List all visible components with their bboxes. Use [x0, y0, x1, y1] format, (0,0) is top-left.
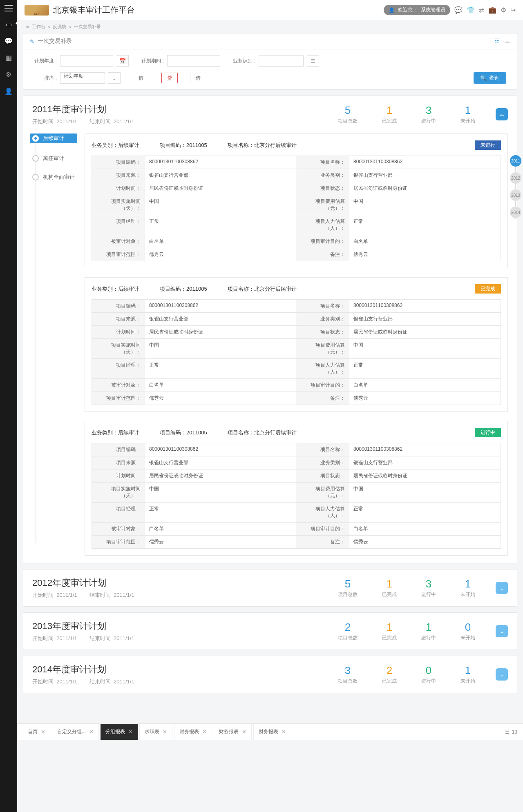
close-tab-icon[interactable]: ✕ [242, 729, 246, 735]
debit-button-1[interactable]: 借 [133, 73, 149, 83]
toggle-plan-button[interactable]: ⌄ [496, 582, 508, 594]
sort-select[interactable]: 计划年度 [60, 72, 105, 84]
year-2011[interactable]: 2011 [510, 155, 521, 167]
tab-5[interactable]: 财务报表✕ [214, 724, 252, 740]
project-card: 业务类别：后续审计 项目编码：2011005 项目名称：北京分行后续审计 未进行… [85, 133, 508, 268]
close-tab-icon[interactable]: ✕ [41, 729, 45, 735]
toggle-plan-button[interactable]: ⌄ [496, 625, 508, 637]
message-icon[interactable]: 💬 [454, 6, 463, 14]
toggle-plan-button[interactable]: ︽ [496, 108, 508, 120]
project-card: 业务类别：后续审计 项目编码：2011005 项目名称：北京分行后续审计 已完成… [85, 277, 508, 412]
close-tab-icon[interactable]: ✕ [128, 729, 133, 735]
search-button[interactable]: 🔍查询 [474, 72, 506, 84]
nav-gear-icon[interactable]: ⚙ [6, 71, 11, 78]
breadcrumb: ▭ 工作台 > 反洗钱 > 一次交易补录 [17, 20, 523, 33]
biz-input[interactable] [259, 55, 304, 67]
hamburger-icon[interactable] [4, 5, 13, 11]
plan-title: 2011年度审计计划 [32, 103, 134, 116]
tab-list-icon[interactable]: ☰ [505, 729, 510, 735]
logout-icon[interactable]: ↪ [510, 6, 516, 14]
nav-building-icon[interactable]: ▦ [6, 54, 12, 62]
plan-title: 2012年度审计计划 [32, 577, 134, 589]
year-input[interactable] [60, 55, 113, 67]
calendar-icon[interactable]: 📅 [116, 55, 129, 67]
plan-title: 2013年度审计计划 [32, 620, 134, 632]
app-title: 北京银丰审计工作平台 [53, 4, 135, 16]
status-tag: 未进行 [475, 140, 501, 150]
period-input[interactable] [167, 55, 220, 67]
tab-6[interactable]: 财务报表✕ [253, 724, 291, 740]
settings-icon[interactable]: ⚙ [501, 6, 506, 14]
tab-0[interactable]: 首页✕ [23, 724, 50, 740]
close-tab-icon[interactable]: ✕ [89, 729, 94, 735]
year-2013[interactable]: 2013 [510, 189, 521, 201]
status-tag: 已完成 [475, 284, 501, 294]
sort-chevron-icon[interactable]: ⌄ [108, 72, 121, 84]
search-icon: 🔍 [480, 75, 487, 81]
close-tab-icon[interactable]: ✕ [282, 729, 286, 735]
nav-user-icon[interactable]: 👤 [4, 87, 13, 95]
logo: IST [25, 5, 49, 16]
debit-button-2[interactable]: 借 [190, 73, 206, 83]
close-tab-icon[interactable]: ✕ [163, 729, 167, 735]
shirt-icon[interactable]: 👕 [467, 6, 475, 14]
status-tag: 进行中 [475, 428, 501, 437]
step-0[interactable]: 后续审计 [30, 133, 77, 143]
plan-title: 2014年度审计计划 [32, 663, 134, 676]
user-pill[interactable]: 👤 欢迎您： 系统管理员 [384, 5, 450, 15]
tab-3[interactable]: 求职表✕ [139, 724, 172, 740]
close-tab-icon[interactable]: ✕ [202, 729, 207, 735]
feather-icon: ✎ [30, 38, 34, 44]
nav-chat-icon[interactable]: 💬 [4, 37, 13, 45]
swap-icon[interactable]: ⇄ [479, 6, 484, 14]
tab-4[interactable]: 财务报表✕ [174, 724, 212, 740]
toggle-plan-button[interactable]: ⌄ [496, 668, 508, 681]
tab-1[interactable]: 自定义分组...✕ [52, 724, 99, 740]
avatar-icon: 👤 [389, 7, 395, 13]
collapse-icon[interactable]: ︽ [505, 38, 510, 45]
tab-2[interactable]: 分组报表✕ [101, 724, 138, 740]
year-2012[interactable]: 2012 [510, 172, 521, 184]
panel-title: 一次交易补录 [38, 38, 72, 45]
step-1[interactable]: 离任审计 [32, 155, 77, 162]
tab-count: 13 [512, 729, 517, 735]
year-2014[interactable]: 2014 [510, 207, 521, 218]
credit-button[interactable]: 贷 [161, 73, 178, 83]
biz-select-icon[interactable]: ☰ [307, 55, 319, 67]
step-2[interactable]: 机构全面审计 [32, 174, 77, 181]
nav-dashboard-icon[interactable]: ▭ [6, 20, 12, 28]
chart-icon[interactable]: ☷ [494, 38, 499, 45]
project-card: 业务类别：后续审计 项目编码：2011005 项目名称：北京分行后续审计 进行中… [85, 421, 508, 556]
briefcase-icon[interactable]: 💼 [488, 6, 496, 14]
